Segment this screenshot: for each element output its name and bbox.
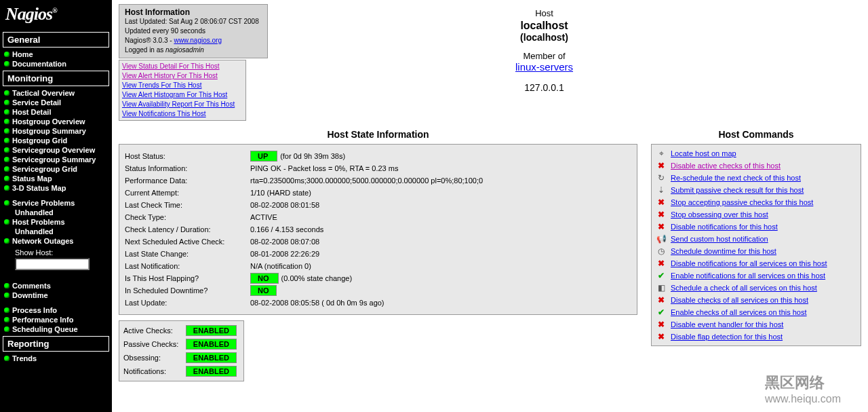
command-row: ✖Stop obsessing over this host	[656, 208, 856, 221]
nav-item-process-info[interactable]: Process Info	[3, 305, 109, 315]
command-link[interactable]: Stop accepting passive checks for this h…	[671, 198, 813, 206]
command-link[interactable]: Enable checks of all services on this ho…	[671, 308, 807, 316]
x-icon: ✖	[656, 320, 667, 329]
nav-item-host-problems[interactable]: Host Problems	[3, 217, 109, 227]
state-row: Last Check Time:08-02-2008 08:01:58	[125, 199, 631, 211]
bullet-icon	[4, 166, 9, 172]
command-row: ✖Stop accepting passive checks for this …	[656, 196, 856, 208]
command-link[interactable]: Disable flap detection for this host	[671, 333, 783, 341]
command-link[interactable]: Disable checks of all services on this h…	[671, 296, 808, 304]
bullet-icon	[4, 293, 9, 298]
command-link[interactable]: Send custom host notification	[671, 235, 768, 243]
nav-item-hostgroup-grid[interactable]: Hostgroup Grid	[3, 136, 109, 145]
nav-item-network-outages[interactable]: Network Outages	[3, 236, 109, 246]
nav-item-tactical-overview[interactable]: Tactical Overview	[3, 88, 109, 98]
state-key: Current Attempt:	[125, 189, 250, 197]
nav-item-comments[interactable]: Comments	[3, 281, 109, 291]
nav-item-downtime[interactable]: Downtime	[3, 291, 109, 300]
state-key: Last State Change:	[125, 250, 250, 258]
nav-item-unhandled[interactable]: Unhandled	[3, 208, 109, 217]
checks-row: Active Checks: ENABLED	[123, 324, 239, 337]
x-icon: ✖	[656, 222, 667, 231]
command-link[interactable]: Schedule downtime for this host	[671, 247, 776, 255]
command-link[interactable]: Disable notifications for this host	[671, 223, 778, 231]
host-link[interactable]: View Alert History For This Host	[122, 71, 243, 81]
checks-row: Passive Checks: ENABLED	[123, 337, 239, 351]
passive-icon: ⇣	[656, 185, 667, 195]
host-link[interactable]: View Alert Histogram For This Host	[122, 90, 243, 100]
checks-table: Active Checks: ENABLED Passive Checks: E…	[119, 320, 244, 381]
command-link[interactable]: Disable notifications for all services o…	[671, 259, 827, 267]
status-badge: NO	[250, 273, 279, 284]
sidebar: Nagios® GeneralHomeDocumentationMonitori…	[0, 0, 112, 412]
nav-item-unhandled[interactable]: Unhandled	[3, 227, 109, 236]
command-link[interactable]: Stop obsessing over this host	[671, 210, 768, 219]
command-row: ◷Schedule downtime for this host	[656, 245, 856, 257]
sched-icon: ◧	[656, 283, 667, 293]
command-link[interactable]: Enable notifications for all services on…	[671, 271, 825, 280]
section-header: Monitoring	[3, 71, 109, 86]
command-row: ✖Disable checks of all services on this …	[656, 294, 856, 306]
state-key: Host Status:	[125, 152, 250, 160]
state-row: Last Update:08-02-2008 08:05:58 ( 0d 0h …	[125, 297, 631, 309]
command-link[interactable]: Locate host on map	[671, 149, 736, 157]
state-key: Check Type:	[125, 213, 250, 221]
host-name: localhost	[275, 20, 814, 32]
bullet-icon	[4, 283, 9, 288]
command-row: ✔Enable notifications for all services o…	[656, 269, 856, 282]
nav-item-scheduling-queue[interactable]: Scheduling Queue	[3, 324, 109, 334]
state-value: 1/10 (HARD state)	[250, 189, 311, 197]
host-link[interactable]: View Status Detail For This Host	[122, 62, 243, 71]
state-key: Last Update:	[125, 299, 250, 307]
command-row: 📢Send custom host notification	[656, 233, 856, 245]
nav-item-servicegroup-grid[interactable]: Servicegroup Grid	[3, 164, 109, 174]
nav-item-documentation[interactable]: Documentation	[3, 59, 109, 69]
nav-item-service-problems[interactable]: Service Problems	[3, 198, 109, 208]
nav-item-performance-info[interactable]: Performance Info	[3, 315, 109, 324]
enabled-badge: ENABLED	[186, 339, 237, 350]
state-row: Last Notification:N/A (notification 0)	[125, 260, 631, 272]
show-host-label: Show Host:	[3, 246, 109, 258]
nav-item-hostgroup-overview[interactable]: Hostgroup Overview	[3, 117, 109, 126]
command-row: ✖Disable notifications for all services …	[656, 257, 856, 269]
bullet-icon	[4, 356, 9, 361]
state-row: Status Information:PING OK - Packet loss…	[125, 162, 631, 174]
nav-item-hostgroup-summary[interactable]: Hostgroup Summary	[3, 126, 109, 136]
state-value: rta=0.235000ms;3000.000000;5000.000000;0…	[250, 176, 483, 185]
nav-item-trends[interactable]: Trends	[3, 354, 109, 363]
host-link[interactable]: View Availability Report For This Host	[122, 100, 243, 109]
enabled-badge: ENABLED	[186, 366, 237, 377]
bullet-icon	[4, 219, 9, 225]
x-icon: ✖	[656, 259, 667, 268]
nav-item-home[interactable]: Home	[3, 50, 109, 59]
show-host-input[interactable]	[15, 258, 90, 270]
x-icon: ✖	[656, 161, 667, 170]
nav-item-servicegroup-overview[interactable]: Servicegroup Overview	[3, 145, 109, 155]
bullet-icon	[4, 119, 9, 124]
nav-item-status-map[interactable]: Status Map	[3, 174, 109, 183]
state-value: 08-02-2008 08:07:08	[250, 238, 319, 246]
state-key: Last Notification:	[125, 262, 250, 270]
state-row: Host Status: UP (for 0d 9h 39m 38s)	[125, 150, 631, 162]
resched-icon: ↻	[656, 173, 667, 183]
nav-item-service-detail[interactable]: Service Detail	[3, 98, 109, 107]
host-ip: 127.0.0.1	[275, 82, 814, 93]
nav-item-host-detail[interactable]: Host Detail	[3, 107, 109, 117]
state-value: UP (for 0d 9h 39m 38s)	[250, 152, 345, 160]
x-icon: ✖	[656, 332, 667, 341]
command-row: ✖Disable flap detection for this host	[656, 331, 856, 343]
command-link[interactable]: Submit passive check result for this hos…	[671, 186, 804, 194]
nav-item-3-d-status-map[interactable]: 3-D Status Map	[3, 183, 109, 193]
commands-table: ⌖Locate host on map✖Disable active check…	[651, 144, 861, 346]
host-link[interactable]: View Trends For This Host	[122, 81, 243, 90]
command-link[interactable]: Disable event handler for this host	[671, 320, 783, 329]
host-link[interactable]: View Notifications This Host	[122, 109, 243, 119]
command-link[interactable]: Re-schedule the next check of this host	[671, 174, 801, 182]
nagios-link[interactable]: www.nagios.org	[174, 37, 222, 44]
hostgroup-link[interactable]: linux-servers	[515, 61, 573, 73]
command-link[interactable]: Disable active checks of this host	[671, 162, 781, 170]
state-value: 08-02-2008 08:01:58	[250, 201, 319, 209]
state-row: Next Scheduled Active Check:08-02-2008 0…	[125, 236, 631, 248]
nav-item-servicegroup-summary[interactable]: Servicegroup Summary	[3, 155, 109, 164]
command-link[interactable]: Schedule a check of all services on this…	[671, 284, 817, 292]
